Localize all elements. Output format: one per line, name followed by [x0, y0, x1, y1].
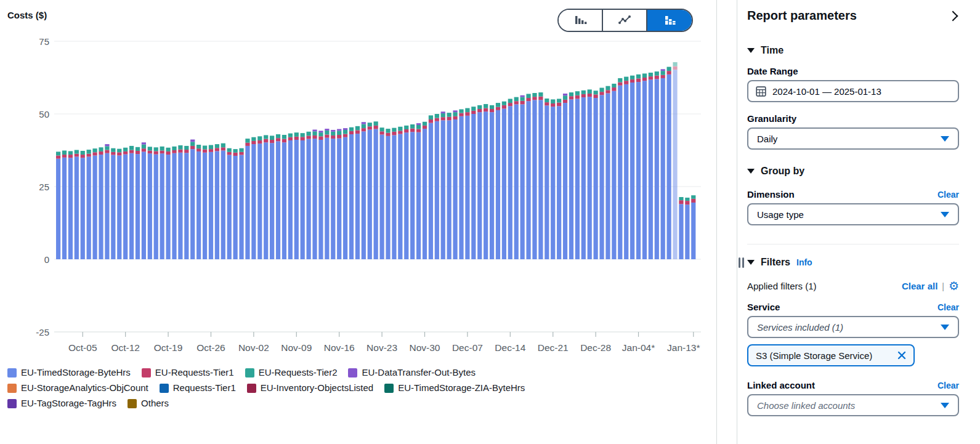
- bar-segment[interactable]: [532, 97, 537, 100]
- bar-segment[interactable]: [661, 71, 665, 75]
- time-section-header[interactable]: Time: [747, 45, 959, 56]
- bar-segment[interactable]: [172, 147, 176, 150]
- bar-segment[interactable]: [68, 158, 73, 259]
- bar-segment[interactable]: [661, 75, 665, 78]
- bar-segment[interactable]: [172, 150, 176, 153]
- bar-segment[interactable]: [62, 158, 67, 259]
- bar-segment[interactable]: [87, 150, 91, 154]
- bar-segment[interactable]: [594, 94, 598, 98]
- bar-segment[interactable]: [270, 140, 274, 143]
- stacked-bar[interactable]: [105, 144, 109, 259]
- bar-segment[interactable]: [520, 101, 525, 105]
- stacked-bar[interactable]: [459, 109, 463, 259]
- bar-segment[interactable]: [423, 129, 427, 259]
- stacked-bar[interactable]: [386, 129, 390, 259]
- bar-segment[interactable]: [398, 131, 402, 134]
- stacked-bar[interactable]: [337, 129, 341, 259]
- bar-segment[interactable]: [184, 146, 188, 150]
- bar-segment[interactable]: [429, 123, 433, 259]
- bar-segment[interactable]: [312, 129, 317, 131]
- bar-segment[interactable]: [105, 150, 109, 153]
- bar-segment[interactable]: [68, 155, 73, 158]
- stacked-bar[interactable]: [99, 147, 103, 259]
- bar-segment[interactable]: [129, 146, 134, 150]
- bar-segment[interactable]: [624, 81, 628, 84]
- stacked-bar[interactable]: [221, 143, 225, 259]
- dimension-select[interactable]: Usage type: [747, 203, 959, 225]
- bar-segment[interactable]: [325, 135, 329, 138]
- bar-segment[interactable]: [490, 105, 494, 109]
- bar-segment[interactable]: [337, 139, 341, 259]
- bar-segment[interactable]: [117, 149, 121, 153]
- stacked-bar[interactable]: [245, 139, 249, 259]
- stacked-bar[interactable]: [294, 132, 299, 259]
- stacked-bar[interactable]: [379, 127, 384, 259]
- bar-segment[interactable]: [251, 141, 256, 144]
- bar-segment[interactable]: [569, 92, 573, 96]
- bar-segment[interactable]: [142, 145, 146, 149]
- stacked-bar[interactable]: [532, 93, 537, 259]
- stacked-bar[interactable]: [581, 91, 586, 259]
- bar-segment[interactable]: [239, 148, 243, 152]
- bar-segment[interactable]: [111, 155, 115, 259]
- bar-segment[interactable]: [307, 132, 311, 136]
- bar-segment[interactable]: [166, 155, 170, 259]
- bar-segment[interactable]: [318, 131, 323, 132]
- bar-segment[interactable]: [105, 144, 109, 146]
- bar-segment[interactable]: [484, 108, 488, 112]
- bar-segment[interactable]: [288, 134, 293, 137]
- bar-segment[interactable]: [398, 127, 402, 131]
- stacked-bar[interactable]: [233, 149, 238, 259]
- bar-segment[interactable]: [343, 137, 347, 259]
- bar-segment[interactable]: [410, 129, 415, 132]
- date-range-input[interactable]: 2024-10-01 — 2025-01-13: [747, 80, 959, 102]
- stacked-bar[interactable]: [282, 135, 286, 259]
- bar-segment[interactable]: [374, 121, 378, 126]
- stacked-bar[interactable]: [612, 84, 616, 259]
- bar-segment[interactable]: [465, 112, 469, 116]
- bar-segment[interactable]: [160, 153, 164, 259]
- bar-segment[interactable]: [343, 134, 347, 137]
- stacked-bar[interactable]: [605, 86, 610, 259]
- bar-segment[interactable]: [453, 116, 457, 119]
- bar-segment[interactable]: [398, 134, 402, 259]
- stacked-bar[interactable]: [416, 123, 421, 259]
- bar-segment[interactable]: [453, 110, 457, 112]
- bar-segment[interactable]: [136, 154, 140, 259]
- stacked-bar[interactable]: [160, 147, 164, 259]
- stacked-bar[interactable]: [392, 128, 396, 259]
- bar-segment[interactable]: [123, 155, 128, 259]
- bar-segment[interactable]: [257, 143, 262, 259]
- bar-segment[interactable]: [655, 79, 659, 259]
- bar-segment[interactable]: [75, 156, 79, 259]
- bar-segment[interactable]: [496, 107, 500, 110]
- bar-segment[interactable]: [99, 151, 103, 155]
- clear-all-filters-link[interactable]: Clear all: [902, 281, 937, 291]
- bar-segment[interactable]: [325, 138, 329, 259]
- bar-segment[interactable]: [172, 153, 176, 259]
- bar-segment[interactable]: [282, 142, 286, 259]
- bar-segment[interactable]: [251, 137, 256, 141]
- bar-segment[interactable]: [276, 138, 280, 141]
- bar-segment[interactable]: [203, 153, 207, 259]
- bar-segment[interactable]: [624, 77, 628, 81]
- bar-segment[interactable]: [612, 84, 616, 87]
- bar-segment[interactable]: [484, 104, 488, 108]
- bar-segment[interactable]: [404, 132, 408, 259]
- bar-segment[interactable]: [642, 78, 647, 81]
- bar-segment[interactable]: [588, 89, 592, 94]
- bar-segment[interactable]: [294, 137, 299, 140]
- bar-segment[interactable]: [239, 152, 243, 155]
- bar-segment[interactable]: [81, 155, 85, 158]
- stacked-bar[interactable]: [307, 132, 311, 259]
- bar-segment[interactable]: [154, 147, 158, 151]
- bar-segment[interactable]: [81, 151, 85, 155]
- bar-segment[interactable]: [99, 155, 103, 259]
- bar-segment[interactable]: [148, 150, 152, 153]
- bar-segment[interactable]: [276, 141, 280, 259]
- stacked-bar[interactable]: [301, 133, 305, 259]
- linked-account-select[interactable]: Choose linked accounts: [747, 394, 959, 416]
- stacked-bar[interactable]: [111, 148, 115, 259]
- bar-segment[interactable]: [441, 111, 445, 113]
- stacked-bar[interactable]: [404, 126, 408, 259]
